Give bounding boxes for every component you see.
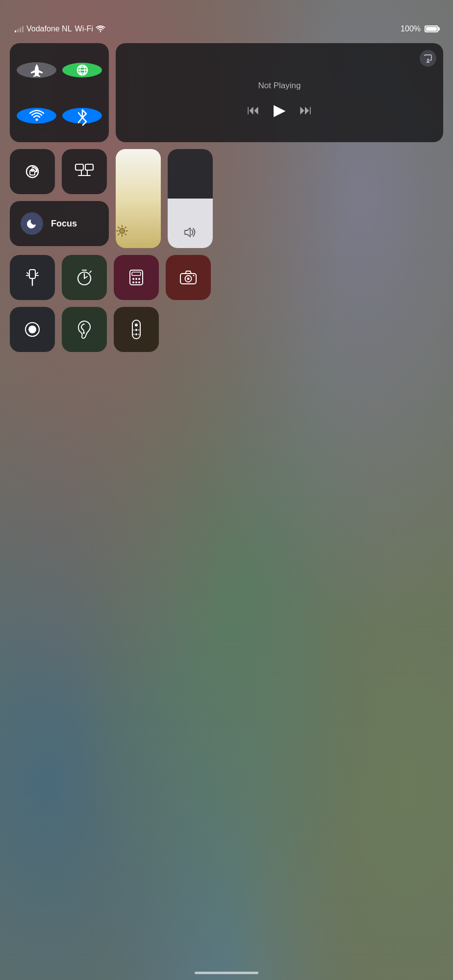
timer-button[interactable]: [62, 255, 107, 300]
svg-line-27: [27, 273, 28, 274]
flashlight-button[interactable]: [10, 255, 55, 300]
speaker-icon: [183, 226, 197, 238]
svg-point-50: [83, 332, 85, 334]
airplay-icon: [423, 53, 433, 63]
battery-icon: [425, 25, 438, 32]
svg-line-21: [118, 227, 119, 228]
svg-rect-12: [85, 164, 93, 170]
mirror-display-button[interactable]: [62, 149, 107, 194]
airplay-button[interactable]: [420, 50, 436, 67]
svg-point-42: [135, 281, 137, 283]
cellular-icon: [75, 63, 90, 77]
wifi-status-icon: [96, 25, 105, 32]
screen-record-icon: [24, 321, 41, 338]
svg-line-7: [78, 118, 82, 123]
hearing-button[interactable]: [62, 307, 107, 352]
calculator-icon: [128, 269, 144, 286]
svg-point-40: [138, 278, 140, 280]
control-center: Not Playing ⏮ ▶ ⏭: [0, 43, 453, 352]
play-pause-button[interactable]: ▶: [274, 101, 286, 119]
battery-fill: [426, 27, 437, 31]
svg-line-28: [36, 273, 38, 274]
rotation-lock-icon: [23, 162, 42, 181]
apple-tv-remote-button[interactable]: [114, 307, 159, 352]
wifi-button[interactable]: [17, 108, 56, 124]
svg-point-16: [120, 228, 125, 233]
volume-slider[interactable]: [168, 149, 213, 248]
svg-point-41: [132, 281, 134, 283]
moon-icon: [26, 218, 38, 229]
row-1: Not Playing ⏮ ▶ ⏭: [10, 43, 443, 142]
volume-light-fill: [168, 199, 213, 248]
airplane-icon: [29, 62, 45, 78]
bluetooth-button[interactable]: [62, 108, 102, 124]
svg-point-55: [133, 334, 135, 335]
network-label: Wi-Fi: [75, 25, 93, 33]
volume-icon: [183, 226, 197, 240]
rewind-button[interactable]: ⏮: [247, 102, 260, 118]
svg-point-56: [138, 334, 140, 335]
signal-bar-4: [22, 26, 24, 32]
bluetooth-icon: [76, 108, 89, 124]
small-tiles-row: [10, 149, 109, 194]
svg-rect-11: [76, 164, 83, 170]
airplane-mode-button[interactable]: [17, 62, 56, 78]
mirror-display-icon: [75, 163, 94, 180]
focus-button[interactable]: Focus: [10, 201, 109, 246]
svg-line-24: [118, 234, 119, 235]
flashlight-icon: [25, 269, 39, 286]
camera-button[interactable]: [166, 255, 211, 300]
svg-point-38: [132, 278, 134, 280]
ear-icon: [77, 320, 91, 339]
svg-point-54: [135, 333, 137, 335]
home-indicator: [195, 972, 258, 974]
signal-bar-2: [17, 29, 19, 32]
focus-label: Focus: [51, 219, 77, 229]
carrier-label: Vodafone NL: [26, 25, 72, 33]
sun-icon: [116, 225, 128, 237]
svg-line-22: [125, 234, 126, 235]
rotation-lock-button[interactable]: [10, 149, 55, 194]
timer-icon: [76, 269, 93, 286]
svg-point-49: [28, 326, 36, 333]
row-2: Focus: [10, 149, 443, 248]
svg-point-58: [138, 329, 140, 331]
calculator-button[interactable]: [114, 255, 159, 300]
volume-dark-fill: [168, 149, 213, 199]
status-left: Vodafone NL Wi-Fi: [15, 25, 105, 33]
svg-point-57: [133, 329, 135, 331]
svg-point-5: [35, 118, 38, 121]
battery-percent: 100%: [401, 25, 421, 33]
svg-rect-37: [132, 272, 141, 276]
cellular-data-button[interactable]: [62, 63, 102, 77]
svg-point-47: [193, 275, 195, 276]
svg-point-39: [135, 278, 137, 280]
status-right: 100%: [401, 25, 438, 33]
fast-forward-button[interactable]: ⏭: [300, 102, 312, 118]
focus-moon-icon: [21, 212, 43, 235]
svg-rect-25: [29, 270, 35, 278]
now-playing-tile[interactable]: Not Playing ⏮ ▶ ⏭: [116, 43, 443, 142]
left-col: Focus: [10, 149, 109, 246]
brightness-slider[interactable]: [116, 149, 161, 248]
brightness-icon: [116, 225, 128, 240]
camera-icon: [179, 270, 197, 285]
signal-bars: [15, 25, 24, 32]
row-4: [10, 307, 443, 352]
screen-record-button[interactable]: [10, 307, 55, 352]
now-playing-status: Not Playing: [258, 81, 301, 90]
svg-point-43: [138, 281, 140, 283]
connectivity-tile[interactable]: [10, 43, 109, 142]
svg-point-53: [135, 329, 137, 331]
svg-line-35: [90, 271, 91, 273]
row-3: [10, 255, 443, 300]
signal-bar-1: [15, 30, 16, 32]
playback-controls: ⏮ ▶ ⏭: [125, 101, 434, 119]
wifi-icon: [29, 108, 45, 124]
remote-icon: [131, 319, 141, 340]
status-bar: Vodafone NL Wi-Fi 100%: [0, 0, 453, 38]
svg-point-52: [135, 324, 138, 327]
signal-bar-3: [20, 27, 21, 32]
svg-line-23: [125, 227, 126, 228]
svg-point-46: [187, 277, 190, 280]
